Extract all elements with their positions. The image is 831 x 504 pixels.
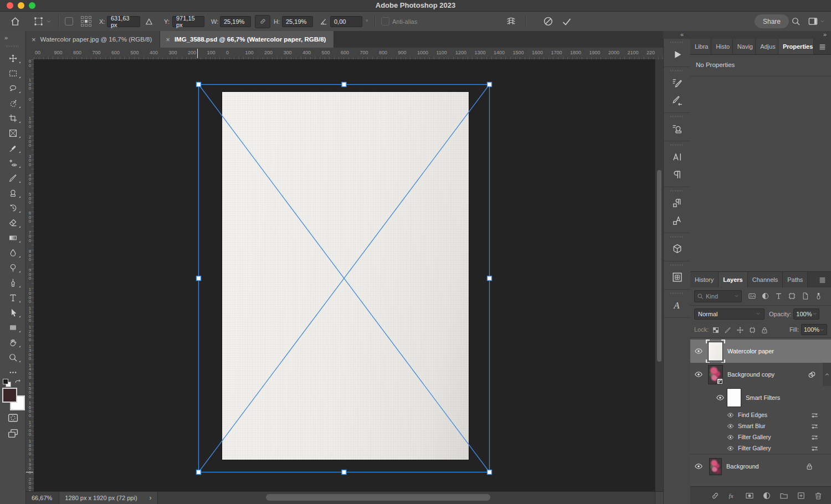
screen-mode-button[interactable] — [0, 428, 25, 439]
quick-mask-button[interactable] — [0, 412, 25, 424]
layer-row-background-copy[interactable]: Background copy — [690, 363, 831, 386]
link-layers-button[interactable] — [709, 490, 721, 502]
panel-icon-paragraph[interactable] — [664, 166, 690, 183]
tool-blur-tool[interactable] — [0, 245, 25, 260]
tab-adjus[interactable]: Adjus — [756, 39, 778, 54]
x-position-field[interactable]: 631,63 px — [107, 16, 140, 27]
tab-close-icon[interactable]: × — [32, 35, 36, 44]
layer-name[interactable]: Background — [726, 463, 759, 470]
lock-transparent-pixels-button[interactable] — [712, 325, 720, 335]
tab-libra[interactable]: Libra — [690, 39, 711, 54]
horizontal-scrollbar-thumb[interactable] — [266, 494, 490, 501]
visibility-eye-icon[interactable] — [690, 462, 707, 471]
height-field[interactable]: 25,19% — [282, 16, 313, 27]
y-position-field[interactable]: 971,15 px — [172, 16, 204, 27]
filter-shape-layers-button[interactable] — [786, 290, 798, 302]
panel-menu-icon[interactable] — [814, 39, 831, 54]
filter-name[interactable]: Find Edges — [738, 412, 767, 418]
horizontal-scrollbar[interactable] — [158, 492, 655, 504]
transform-tool-preset[interactable] — [33, 12, 52, 31]
width-field[interactable]: 25,19% — [220, 16, 251, 27]
filter-kind-select[interactable]: Kind — [694, 290, 742, 302]
default-colors-icon[interactable] — [3, 379, 10, 386]
canvas-viewport[interactable] — [34, 59, 655, 492]
collapse-tools-chevron[interactable]: » — [4, 34, 7, 41]
tool-hand-tool[interactable] — [0, 335, 25, 350]
layer-row-watercolor-paper[interactable]: Watercolor paper — [690, 340, 831, 363]
swap-colors-icon[interactable] — [14, 378, 22, 388]
tab-properties[interactable]: Properties — [778, 39, 814, 54]
horizontal-ruler[interactable]: 0090080070060050040030020010001002003004… — [34, 48, 663, 60]
lock-all-button[interactable] — [761, 325, 768, 335]
layer-row-background[interactable]: Background — [690, 455, 831, 478]
layer-thumbnail[interactable] — [709, 458, 722, 475]
new-layer-button[interactable] — [795, 490, 807, 502]
tool-brush-tool[interactable] — [0, 171, 25, 186]
tool-pen-tool[interactable] — [0, 275, 25, 290]
panel-grip[interactable] — [670, 264, 684, 266]
filter-adjustment-layers-button[interactable] — [760, 290, 771, 302]
visibility-eye-icon[interactable] — [690, 347, 707, 356]
new-group-button[interactable] — [778, 490, 790, 502]
maintain-aspect-ratio-button[interactable] — [255, 12, 270, 31]
tool-lasso-tool[interactable] — [0, 81, 25, 96]
doc-tab-1[interactable]: ×Watercolor paper.jpg @ 16,7% (RGB/8) — [26, 31, 160, 48]
collapse-panels-chevron[interactable]: » — [823, 31, 827, 38]
tool-healing-tool[interactable] — [0, 156, 25, 171]
panel-icon-actions[interactable] — [664, 45, 690, 63]
panel-grip[interactable] — [670, 116, 684, 117]
tool-eyedropper-tool[interactable] — [0, 141, 25, 156]
filter-blending-options-icon[interactable] — [811, 411, 819, 419]
panel-grip[interactable] — [670, 42, 684, 43]
layer-thumbnail[interactable] — [708, 365, 723, 384]
visibility-eye-icon[interactable] — [725, 434, 736, 441]
panel-grip[interactable] — [670, 70, 684, 71]
smart-filter-entry-find-edges[interactable]: Find Edges — [690, 409, 831, 420]
tab-channels[interactable]: Channels — [748, 272, 783, 287]
reference-point-locator[interactable] — [81, 12, 91, 31]
tool-quick-select-tool[interactable] — [0, 96, 25, 111]
layer-effects-button[interactable] — [726, 490, 738, 502]
home-button[interactable] — [10, 12, 20, 31]
filter-name[interactable]: Filter Gallery — [738, 445, 771, 451]
add-layer-mask-button[interactable] — [743, 490, 756, 502]
layer-filtering-toggle[interactable] — [813, 290, 824, 302]
tool-marquee-tool[interactable] — [0, 66, 25, 81]
panel-icon-clone-source[interactable] — [664, 120, 690, 137]
tool-crop-tool[interactable] — [0, 111, 25, 126]
panel-grip[interactable] — [670, 292, 684, 294]
filter-blending-options-icon[interactable] — [811, 422, 819, 430]
new-adjustment-layer-button[interactable] — [761, 490, 773, 502]
toolbar-grip[interactable] — [6, 45, 19, 47]
collapse-filters-chevron[interactable] — [823, 363, 831, 386]
smart-filter-entry-smart-blur[interactable]: Smart Blur — [690, 420, 831, 431]
cancel-transform-button[interactable] — [543, 12, 553, 31]
tab-close-icon[interactable]: × — [166, 35, 170, 44]
filter-name[interactable]: Smart Blur — [738, 423, 766, 429]
zoom-level-field[interactable]: 66,67% — [26, 492, 59, 504]
tool-shape-tool[interactable] — [0, 320, 25, 335]
status-chevron-icon[interactable]: › — [150, 494, 152, 502]
panel-icon-paragraph-styles[interactable] — [664, 194, 690, 212]
panel-menu-icon[interactable] — [814, 272, 831, 287]
tool-clone-stamp-tool[interactable] — [0, 186, 25, 200]
tool-move-tool[interactable] — [0, 51, 25, 66]
smart-filters-mask-thumbnail[interactable] — [727, 388, 741, 407]
filter-blending-options-icon[interactable] — [811, 444, 819, 452]
filter-smart-objects-button[interactable] — [799, 290, 811, 302]
share-button[interactable]: Share — [755, 12, 789, 31]
workspace-switcher[interactable] — [808, 12, 825, 31]
panel-grip[interactable] — [670, 236, 684, 238]
layer-name[interactable]: Watercolor paper — [727, 348, 774, 354]
document-info[interactable]: 1280 px x 1920 px (72 ppi)› — [59, 492, 157, 504]
fill-value-select[interactable]: 100% — [801, 324, 827, 335]
foreground-color-swatch[interactable] — [2, 388, 17, 403]
commit-transform-button[interactable] — [561, 12, 572, 31]
panel-icon-grid-panel[interactable] — [664, 268, 690, 286]
panel-icon-brushes[interactable] — [664, 91, 690, 109]
smart-filter-entry-filter-gallery[interactable]: Filter Gallery — [690, 443, 831, 454]
visibility-eye-icon[interactable] — [714, 393, 727, 402]
panel-icon-threed[interactable] — [664, 240, 690, 258]
tool-frame-tool[interactable] — [0, 126, 25, 141]
tab-layers[interactable]: Layers — [719, 272, 747, 287]
